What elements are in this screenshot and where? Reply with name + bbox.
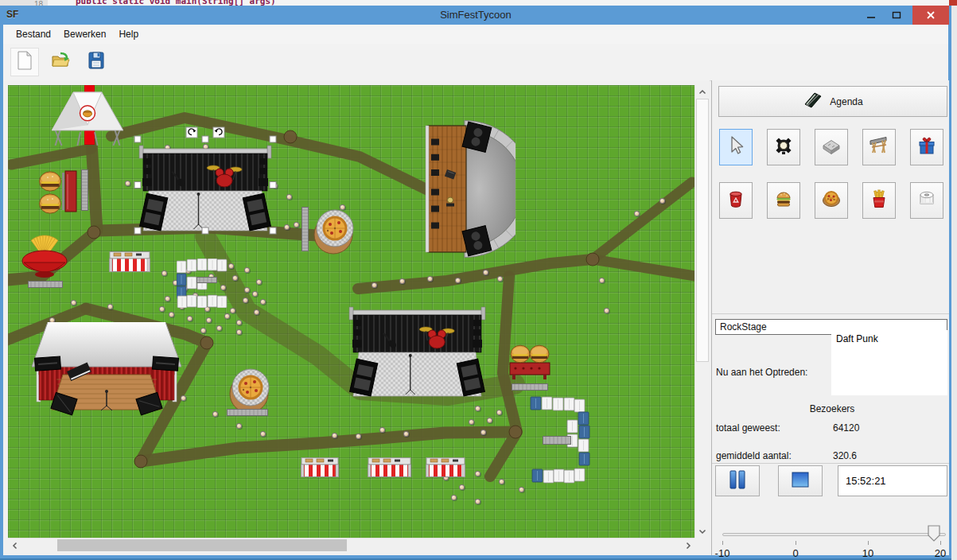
menu-item-help[interactable]: Help xyxy=(112,26,145,42)
now-playing-value: Daft Punk xyxy=(836,333,878,344)
visitor-dot xyxy=(284,224,290,230)
bench-4[interactable] xyxy=(301,207,309,251)
entrance-tent[interactable] xyxy=(52,91,123,146)
bench-6[interactable] xyxy=(512,383,548,391)
tool-spotlight-button[interactable] xyxy=(767,129,800,165)
tool-burger-button[interactable] xyxy=(767,182,800,219)
tool-toilet-roll-button[interactable] xyxy=(910,182,943,219)
burger-icon xyxy=(773,189,794,212)
vertical-scrollbar[interactable] xyxy=(694,85,710,538)
map-canvas[interactable] xyxy=(8,85,694,538)
agenda-button[interactable]: Agenda xyxy=(718,86,947,117)
horizontal-scrollbar[interactable] xyxy=(8,538,694,552)
burger-stand-1[interactable] xyxy=(38,169,80,214)
vertical-scroll-thumb[interactable] xyxy=(696,99,709,362)
maximize-button[interactable] xyxy=(885,6,908,25)
pizza-table-2[interactable] xyxy=(228,366,273,414)
visitor-dot xyxy=(256,279,262,285)
bench-7[interactable] xyxy=(543,436,571,445)
tool-pizza-button[interactable] xyxy=(815,182,848,219)
scroll-right-button[interactable] xyxy=(681,539,694,552)
open-file-button[interactable] xyxy=(46,48,75,76)
window-title: SimFestTycoon xyxy=(0,9,951,21)
visitor-dot xyxy=(260,299,266,305)
visitor-dot xyxy=(206,317,212,323)
gift-icon xyxy=(916,135,937,159)
menu-bar: BestandBewerkenHelp xyxy=(3,25,948,45)
minimize-button[interactable] xyxy=(859,6,883,25)
visitor-dot xyxy=(599,278,605,283)
visitor-dot xyxy=(165,296,170,301)
country-stage[interactable] xyxy=(32,322,181,418)
save-file-button[interactable] xyxy=(82,48,111,76)
visitor-dot xyxy=(332,433,337,438)
horizontal-scroll-thumb[interactable] xyxy=(57,539,347,551)
visitor-dot xyxy=(399,278,405,284)
visitor-dot xyxy=(107,304,113,309)
visitor-dot xyxy=(159,306,165,312)
visitor-dot xyxy=(252,291,258,297)
visitor-dot xyxy=(161,270,167,276)
tool-gift-button[interactable] xyxy=(910,129,943,165)
visitor-dot xyxy=(480,430,486,435)
bench-3[interactable] xyxy=(196,277,217,283)
burger-stand-2[interactable] xyxy=(509,344,550,380)
toilet-block-1[interactable] xyxy=(177,259,228,308)
slider-thumb[interactable] xyxy=(928,525,940,546)
visitor-dot xyxy=(212,411,218,417)
slider-tick xyxy=(722,541,723,545)
visitor-dot xyxy=(634,211,640,216)
trash-icon xyxy=(726,189,746,212)
chevron-up-icon xyxy=(698,89,706,95)
food-stand-4[interactable] xyxy=(426,457,465,477)
menu-item-bewerken[interactable]: Bewerken xyxy=(57,26,112,42)
tool-path-tile-button[interactable] xyxy=(815,129,848,165)
food-stand-2[interactable] xyxy=(301,457,339,477)
background-ide-window: 18 public static void main(String[] args… xyxy=(0,0,957,6)
scroll-up-button[interactable] xyxy=(695,85,709,99)
scroll-left-button[interactable] xyxy=(8,539,21,552)
visitor-dot xyxy=(260,431,266,437)
amphitheater-stage[interactable] xyxy=(420,119,515,259)
rock-stage-1[interactable] xyxy=(131,126,279,237)
scroll-down-button[interactable] xyxy=(695,524,709,538)
tool-fries-button[interactable] xyxy=(862,182,896,219)
rock-stage-2[interactable] xyxy=(341,288,493,402)
slider-tick-label: 0 xyxy=(780,547,811,559)
ide-line-number: 18 xyxy=(0,0,48,6)
new-file-button[interactable] xyxy=(10,48,39,76)
close-button[interactable] xyxy=(912,6,949,25)
pizza-icon xyxy=(821,189,842,212)
fries-stand-1[interactable] xyxy=(20,232,69,278)
open-file-icon xyxy=(50,50,71,74)
slider-tick-label: 10 xyxy=(852,547,884,559)
stop-button[interactable] xyxy=(778,465,823,496)
pause-button[interactable] xyxy=(715,465,760,496)
food-stand-1[interactable] xyxy=(109,251,150,272)
visitor-dot xyxy=(487,418,492,423)
tool-select-button[interactable] xyxy=(719,129,753,165)
pizza-table-1[interactable] xyxy=(313,205,357,256)
pause-icon xyxy=(726,469,749,494)
speed-slider-track[interactable] xyxy=(722,533,946,536)
tool-trash-button[interactable] xyxy=(719,182,753,219)
bench-1[interactable] xyxy=(81,169,88,211)
title-bar[interactable]: SF SimFestTycoon xyxy=(0,6,951,25)
separator xyxy=(712,463,949,464)
visitor-dot xyxy=(243,298,248,303)
visitor-dot xyxy=(475,471,480,476)
visitor-dot xyxy=(169,312,174,317)
bench-5[interactable] xyxy=(227,409,268,416)
visitor-dot xyxy=(232,275,238,281)
time-display: 15:52:21 xyxy=(838,465,947,496)
visitor-dot xyxy=(519,487,524,492)
tool-gate-button[interactable] xyxy=(862,129,896,165)
save-file-icon xyxy=(86,50,107,74)
bench-2[interactable] xyxy=(28,281,63,288)
menu-item-bestand[interactable]: Bestand xyxy=(10,26,57,42)
visitor-dot xyxy=(427,276,433,282)
food-stand-3[interactable] xyxy=(368,457,411,477)
ide-code-text: public static void main(String[] args) xyxy=(76,0,276,6)
visitor-dot xyxy=(496,410,502,415)
visitor-dot xyxy=(403,431,409,437)
